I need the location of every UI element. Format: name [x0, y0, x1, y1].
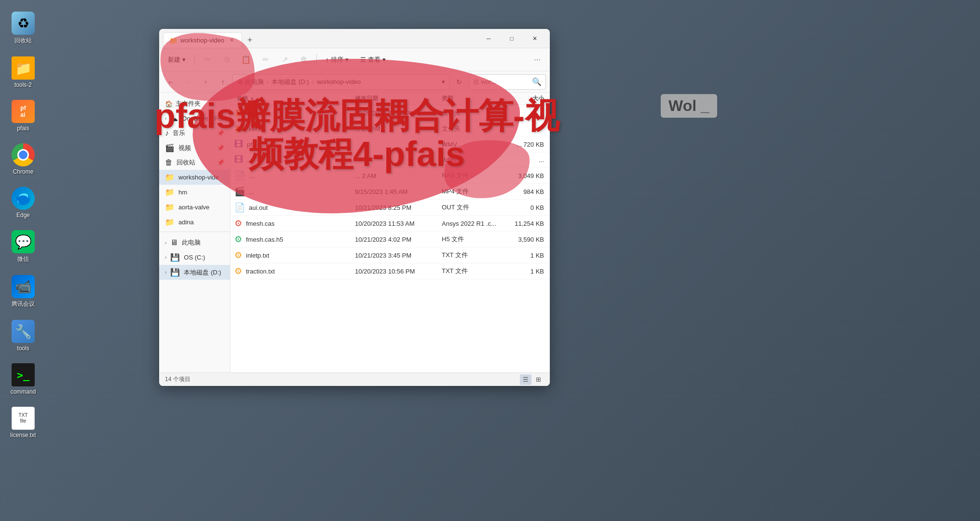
sidebar-item-workshop[interactable]: 📁 workshop-vide [159, 170, 230, 185]
table-row[interactable]: ⚙ inletp.txt 10/21/2023 3:45 PM TXT 文件 1… [231, 247, 550, 263]
toolbar-separator-2 [316, 54, 317, 66]
file-size: 3,049 KB [503, 172, 546, 179]
search-box[interactable]: 🔍 [469, 74, 546, 90]
share-button[interactable]: ↗ [276, 51, 293, 69]
desktop-icon-tools2[interactable]: 📁 tools-2 [4, 53, 42, 92]
file-size: 11,254 KB [503, 220, 546, 227]
desktop-icon-chrome[interactable]: Chrome [4, 139, 42, 179]
recycle-pin-icon: 📌 [217, 159, 224, 166]
up-button[interactable]: ↑ [215, 74, 231, 90]
command-icon: >_ [12, 363, 35, 386]
tab-close-button[interactable]: ✕ [227, 36, 236, 45]
new-button[interactable]: 新建 ▾ [163, 53, 191, 67]
close-button[interactable]: ✕ [524, 31, 546, 46]
file-name: hm [249, 110, 258, 117]
sidebar-item-video[interactable]: 🎬 视频 📌 [159, 140, 230, 155]
address-path[interactable]: 🖥 此电脑 › 本地磁盘 (D:) › workshop-video ▾ [232, 74, 449, 90]
sidebar-item-aorta[interactable]: 📁 aorta-valve [159, 200, 230, 215]
desktop-icon-edge[interactable]: Edge [4, 183, 42, 222]
license-label: license.txt [10, 432, 36, 439]
video-pin-icon: 📌 [217, 145, 224, 151]
table-row[interactable]: 📁 hm 10/20/2023 12:04 PM 文件夹 [231, 105, 550, 121]
table-row[interactable]: ⚙ traction.txt 10/20/2023 10:56 PM TXT 文… [231, 263, 550, 279]
chrome-browser-icon [12, 143, 35, 166]
file-explorer-window: 📁 workshop-video ✕ + ─ □ ✕ 新建 ▾ ✂ ⧉ 📋 ✏ [159, 29, 550, 386]
column-header-size[interactable]: 大小 [503, 95, 546, 103]
quick-access-icon: 🏠 [165, 100, 173, 108]
sidebar-item-onedrive[interactable]: › ☁ OneDrive - Per [159, 111, 230, 126]
refresh-button[interactable]: ↻ [451, 74, 467, 90]
recycle-label: 回收站 [177, 158, 195, 167]
new-tab-button[interactable]: + [242, 32, 258, 48]
table-row[interactable]: 🎞 pfais... WMV... ... 720 KB [231, 137, 550, 152]
table-row[interactable]: 📄 aui.out 10/21/2023 8:25 PM OUT 文件 0 KB [231, 200, 550, 216]
desktop-icon-command[interactable]: >_ command [4, 359, 42, 399]
desktop-icon-license[interactable]: TXTfile license.txt [4, 403, 42, 442]
cut-button[interactable]: ✂ [199, 51, 216, 69]
quick-access-label: 主文件夹 [176, 99, 201, 108]
sidebar-item-recycle[interactable]: 🗑 回收站 📌 [159, 155, 230, 170]
file-name: ... [247, 156, 252, 164]
command-label: command [11, 388, 36, 395]
table-row[interactable]: 📁 kent ... 27 PM 文件夹 [231, 121, 550, 137]
recent-locations-button[interactable]: ▾ [198, 74, 213, 90]
rename-button[interactable]: ✏ [257, 51, 274, 69]
file-name: fmesh.cas.h5 [246, 236, 283, 243]
maximize-button[interactable]: □ [501, 31, 523, 46]
table-row[interactable]: ⚙ fmesh.cas.h5 10/21/2023 4:02 PM H5 文件 … [231, 232, 550, 247]
minimize-button[interactable]: ─ [477, 31, 500, 46]
desktop-icon-tools[interactable]: 🔧 tools [4, 316, 42, 356]
file-type: 文件夹 [440, 109, 503, 117]
more-button[interactable]: ··· [529, 51, 546, 69]
column-header-date[interactable]: 修改日期 [353, 95, 440, 103]
sidebar-item-osc[interactable]: › 💾 OS (C:) [159, 250, 230, 265]
desktop-icon-recycle-bin[interactable]: ♻ 回收站 [4, 8, 42, 49]
sidebar-item-adina[interactable]: 📁 adina [159, 215, 230, 230]
file-name: fmesh.cas [246, 220, 274, 227]
desktop-icon-tencent[interactable]: 📹 腾讯会议 [4, 271, 42, 312]
path-dropdown-icon[interactable]: ▾ [442, 78, 445, 85]
sidebar-item-thispc[interactable]: › 🖥 此电脑 [159, 235, 230, 250]
onedrive-expand-icon: › [165, 116, 166, 121]
sidebar-item-hm[interactable]: 📁 hm [159, 185, 230, 200]
pfais-icon: pfai [12, 100, 35, 123]
tools-label: tools [17, 345, 29, 352]
edge-label: Edge [16, 212, 30, 219]
sidebar-item-music[interactable]: ♪ 音乐 📌 [159, 126, 230, 140]
wmv-icon: 🎞 [234, 139, 243, 150]
back-button[interactable]: ← [163, 74, 178, 90]
h5-icon: ⚙ [234, 234, 242, 245]
column-header-type[interactable]: 类型 [440, 95, 503, 103]
osc-drive-icon: 💾 [170, 253, 180, 262]
edge-browser-icon [12, 187, 35, 210]
wechat-label: 微信 [17, 255, 29, 263]
search-input[interactable] [473, 78, 530, 85]
active-tab[interactable]: 📁 workshop-video ✕ [163, 32, 242, 48]
grid-view-button[interactable]: ⊞ [532, 374, 544, 385]
osc-expand-icon: › [165, 255, 166, 260]
tab-folder-icon: 📁 [169, 37, 177, 44]
music-icon: ♪ [165, 129, 169, 137]
column-header-name[interactable]: 名称 ∧ [234, 95, 353, 103]
forward-button[interactable]: → [180, 74, 196, 90]
table-row[interactable]: 🎞 ... WMV... ... [231, 152, 550, 168]
desktop-icon-wechat[interactable]: 💬 微信 [4, 226, 42, 267]
path-drive: 本地磁盘 (D:) [272, 78, 309, 86]
paste-button[interactable]: 📋 [237, 51, 255, 69]
file-date: 10/20/2023 12:04 PM [353, 110, 440, 117]
table-row[interactable]: 📄 ... ... 2 AM NAS 文件 3,049 KB [231, 168, 550, 184]
table-row[interactable]: ⚙ fmesh.cas 10/20/2023 11:53 AM Ansys 20… [231, 216, 550, 232]
sort-indicator-name: ∧ [250, 96, 254, 101]
onedrive-label: OneDrive - Per [182, 115, 224, 122]
quick-access-header[interactable]: 🏠 主文件夹 [159, 96, 230, 111]
view-button[interactable]: ☰ 查看 ▾ [355, 53, 391, 67]
desktop-icon-pfais[interactable]: pfai pfais [4, 96, 42, 136]
file-list: 名称 ∧ 修改日期 类型 大小 [231, 93, 550, 372]
delete-button[interactable]: 🗑 [295, 51, 313, 69]
table-row[interactable]: 🎬 ... 9/15/2023 1:45 AM MP4 文件 984 KB [231, 184, 550, 200]
copy-button[interactable]: ⧉ [218, 51, 235, 69]
sidebar-item-locald[interactable]: › 💾 本地磁盘 (D:) [159, 265, 230, 280]
list-view-button[interactable]: ☰ [520, 374, 531, 385]
view-arrow-icon: ▾ [382, 56, 386, 63]
sort-button[interactable]: ↕ 排序 ▾ [321, 53, 354, 67]
